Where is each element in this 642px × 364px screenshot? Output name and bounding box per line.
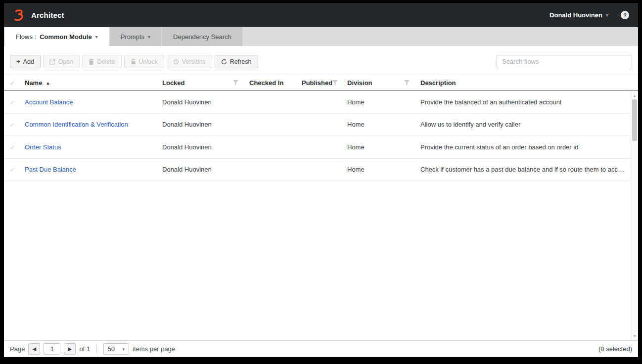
column-header-description[interactable]: Description xyxy=(416,79,638,87)
row-description: Provide the balanced of an authenticated… xyxy=(416,98,631,106)
help-icon[interactable]: ? xyxy=(621,11,629,19)
tab-dependency-label: Dependency Search xyxy=(173,33,231,41)
lock-icon xyxy=(131,59,136,65)
row-locked: Donald Huovinen xyxy=(158,121,245,128)
sort-asc-icon: ▲ xyxy=(46,81,50,86)
versions-button-label: Versions xyxy=(182,58,206,65)
vertical-scrollbar[interactable]: ▲ ▼ xyxy=(631,91,638,340)
filter-icon[interactable] xyxy=(404,80,410,86)
items-per-page-label: items per page xyxy=(133,345,175,353)
table-row[interactable]: ✓ Account Balance Donald Huovinen Home P… xyxy=(4,91,631,114)
table-row[interactable]: ✓ Order Status Donald Huovinen Home Prov… xyxy=(4,136,631,159)
tab-prompts[interactable]: Prompts ▾ xyxy=(110,27,161,46)
tab-flows[interactable]: Flows : Common Module ▾ xyxy=(5,27,109,46)
table-body: ✓ Account Balance Donald Huovinen Home P… xyxy=(4,91,638,340)
row-division: Home xyxy=(343,143,416,151)
refresh-button-label: Refresh xyxy=(230,58,252,65)
scrollbar-thumb[interactable] xyxy=(632,99,637,141)
check-icon: ✓ xyxy=(10,80,15,87)
open-button-label: Open xyxy=(58,58,74,65)
chevron-down-icon: ▾ xyxy=(95,34,98,40)
page-size-value: 50 xyxy=(108,346,115,353)
filter-icon[interactable] xyxy=(233,80,238,86)
row-checkbox[interactable]: ✓ xyxy=(4,166,21,173)
check-icon: ✓ xyxy=(10,99,15,106)
app-window: Architect Donald Huovinen ▾ ? Flows : Co… xyxy=(4,3,638,357)
scroll-up-icon[interactable]: ▲ xyxy=(631,92,638,99)
divider xyxy=(96,345,97,353)
page-of-label: of 1 xyxy=(79,345,90,353)
flow-name-link[interactable]: Common Identification & Verification xyxy=(25,121,128,128)
tab-dependency-search[interactable]: Dependency Search xyxy=(162,27,242,46)
versions-icon xyxy=(173,59,179,65)
column-header-division[interactable]: Division xyxy=(343,79,416,87)
user-menu[interactable]: Donald Huovinen xyxy=(550,11,602,19)
tab-prompts-label: Prompts xyxy=(121,33,144,41)
unlock-button[interactable]: Unlock xyxy=(124,55,164,68)
flows-toolbar: + Add Open Delete xyxy=(4,46,638,75)
next-icon: ▶ xyxy=(68,346,72,352)
open-icon xyxy=(49,59,55,65)
column-header-locked[interactable]: Locked xyxy=(158,79,245,87)
filter-icon[interactable] xyxy=(332,80,338,86)
column-header-description-label: Description xyxy=(420,79,456,87)
tab-flows-prefix: Flows : xyxy=(16,33,36,41)
prev-page-button[interactable]: ◀ xyxy=(28,343,40,355)
flow-name-link[interactable]: Order Status xyxy=(25,143,61,151)
page-label: Page xyxy=(10,345,25,353)
chevron-down-icon: ▾ xyxy=(123,347,125,352)
flow-name-link[interactable]: Past Due Balance xyxy=(25,166,76,173)
flow-name-link[interactable]: Account Balance xyxy=(25,98,73,106)
selected-count: (0 selected) xyxy=(598,345,632,353)
check-icon: ✓ xyxy=(10,144,15,151)
pagination-bar: Page ◀ ▶ of 1 50 ▾ items per page (0 sel… xyxy=(4,340,638,357)
add-button-label: Add xyxy=(23,58,34,65)
row-checkbox[interactable]: ✓ xyxy=(4,121,21,128)
add-button[interactable]: + Add xyxy=(10,55,41,68)
main-content: + Add Open Delete xyxy=(4,46,638,357)
app-title: Architect xyxy=(31,11,64,19)
versions-button[interactable]: Versions xyxy=(167,55,212,68)
column-header-name-label: Name xyxy=(25,79,42,87)
delete-button-label: Delete xyxy=(97,58,115,65)
row-checkbox[interactable]: ✓ xyxy=(4,143,21,151)
row-description: Allow us to identify and verify caller xyxy=(416,121,631,128)
page-number-input[interactable] xyxy=(44,343,60,355)
search-input[interactable] xyxy=(497,55,632,68)
row-description: Check if customer has a past due balance… xyxy=(416,166,631,173)
row-locked: Donald Huovinen xyxy=(158,143,245,151)
scroll-down-icon[interactable]: ▼ xyxy=(631,332,638,339)
refresh-icon xyxy=(221,59,227,65)
table-header-row: ✓ Name ▲ Locked Checked In Published xyxy=(4,75,638,91)
page-size-select[interactable]: 50 ▾ xyxy=(103,343,129,355)
flows-table: ✓ Name ▲ Locked Checked In Published xyxy=(4,75,638,340)
table-row[interactable]: ✓ Past Due Balance Donald Huovinen Home … xyxy=(4,159,631,182)
row-division: Home xyxy=(343,166,416,173)
plus-icon: + xyxy=(16,58,20,65)
row-checkbox[interactable]: ✓ xyxy=(4,98,21,106)
row-division: Home xyxy=(343,98,416,106)
search-box xyxy=(497,55,632,68)
delete-button[interactable]: Delete xyxy=(82,55,121,68)
select-all-checkbox[interactable]: ✓ xyxy=(4,79,21,87)
column-header-checked-in[interactable]: Checked In xyxy=(245,79,298,87)
column-header-name[interactable]: Name ▲ xyxy=(21,79,158,87)
prev-icon: ◀ xyxy=(33,346,37,352)
check-icon: ✓ xyxy=(10,121,15,128)
column-header-published[interactable]: Published xyxy=(298,79,343,87)
table-row[interactable]: ✓ Common Identification & Verification D… xyxy=(4,114,631,136)
refresh-button[interactable]: Refresh xyxy=(215,55,258,68)
column-header-division-label: Division xyxy=(347,79,372,87)
check-icon: ✓ xyxy=(10,166,15,173)
next-page-button[interactable]: ▶ xyxy=(64,343,76,355)
row-locked: Donald Huovinen xyxy=(158,166,245,173)
top-bar: Architect Donald Huovinen ▾ ? xyxy=(4,3,638,27)
chevron-down-icon: ▾ xyxy=(148,34,150,40)
unlock-button-label: Unlock xyxy=(139,58,158,65)
row-description: Provide the current status of an order b… xyxy=(416,143,631,151)
open-button[interactable]: Open xyxy=(43,55,80,68)
tab-bar: Flows : Common Module ▾ Prompts ▾ Depend… xyxy=(4,27,638,46)
tab-flows-label: Common Module xyxy=(40,33,92,41)
chevron-down-icon[interactable]: ▾ xyxy=(606,13,608,18)
trash-icon xyxy=(89,59,94,65)
